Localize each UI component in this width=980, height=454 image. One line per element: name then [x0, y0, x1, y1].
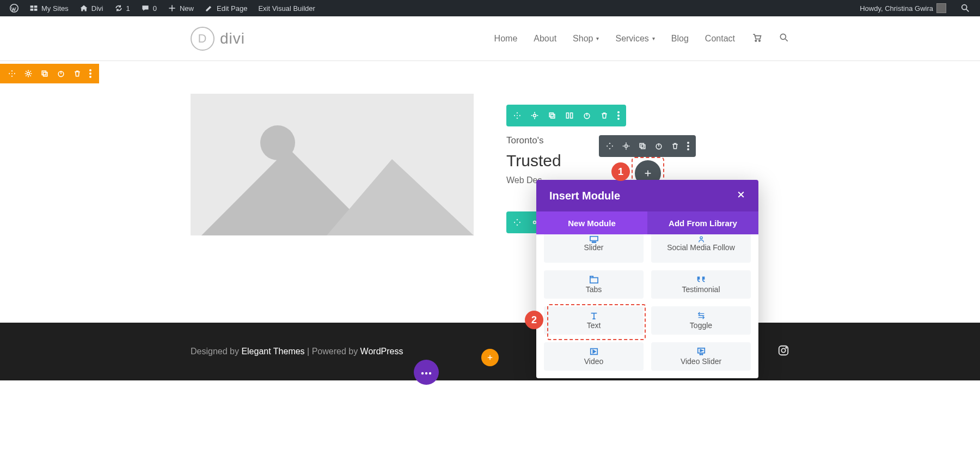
nav-blog[interactable]: Blog: [671, 34, 689, 44]
site-logo[interactable]: D divi: [191, 27, 245, 51]
footer-link-et[interactable]: Elegant Themes: [241, 347, 304, 356]
svg-point-47: [700, 354, 701, 355]
more-icon[interactable]: [89, 69, 91, 78]
svg-rect-32: [641, 145, 645, 149]
svg-rect-50: [488, 357, 492, 358]
trash-icon[interactable]: [671, 142, 679, 150]
svg-rect-4: [34, 9, 38, 11]
move-icon[interactable]: [513, 218, 522, 227]
wp-editpage-label: Edit Page: [217, 4, 247, 13]
gear-icon[interactable]: [530, 111, 539, 120]
svg-rect-21: [549, 113, 553, 117]
move-icon[interactable]: [605, 142, 614, 150]
module-toggle[interactable]: Toggle: [651, 306, 751, 335]
close-icon[interactable]: [737, 190, 745, 201]
module-testimonial[interactable]: Testimonial: [651, 270, 751, 299]
more-icon[interactable]: [617, 111, 620, 120]
module-video-slider[interactable]: Video Slider: [651, 342, 751, 371]
svg-point-52: [781, 348, 785, 352]
more-icon[interactable]: [687, 142, 689, 150]
power-icon[interactable]: [654, 142, 663, 150]
module-toolbar: [599, 135, 696, 157]
nav-contact[interactable]: Contact: [705, 34, 735, 44]
module-slider[interactable]: Slider: [544, 234, 644, 263]
svg-point-0: [10, 4, 18, 12]
annotation-badge-2: 2: [525, 311, 543, 329]
move-icon[interactable]: [513, 111, 522, 120]
modal-header[interactable]: Insert Module: [536, 180, 758, 211]
module-label: Social Media Follow: [667, 243, 735, 252]
svg-point-54: [421, 372, 424, 374]
wp-new-label: New: [180, 4, 194, 13]
pencil-icon: [205, 4, 213, 13]
svg-point-15: [89, 69, 91, 71]
builder-fab[interactable]: [414, 360, 439, 380]
nav-services[interactable]: Services▾: [615, 34, 654, 44]
tab-new-module[interactable]: New Module: [536, 211, 647, 234]
svg-point-8: [755, 40, 757, 41]
move-icon[interactable]: [8, 69, 16, 78]
wp-mysites[interactable]: My Sites: [24, 0, 74, 16]
wp-new[interactable]: New: [162, 0, 199, 16]
wp-comments-count: 0: [153, 4, 157, 13]
svg-point-36: [687, 148, 689, 150]
power-icon[interactable]: [57, 69, 65, 78]
add-section-button[interactable]: [481, 349, 499, 366]
gear-icon[interactable]: [24, 69, 33, 78]
columns-icon[interactable]: [565, 111, 574, 120]
svg-point-29: [534, 221, 536, 224]
tab-lib-label: Add From Library: [669, 219, 737, 228]
logo-text: divi: [220, 30, 245, 47]
nav-shop[interactable]: Shop▾: [573, 34, 599, 44]
wp-exitvb[interactable]: Exit Visual Builder: [253, 0, 321, 16]
wp-search[interactable]: [955, 0, 976, 16]
site-header: D divi Home About Shop▾ Services▾ Blog C…: [0, 16, 980, 61]
module-label: Tabs: [586, 285, 602, 294]
svg-rect-2: [34, 5, 38, 8]
wp-updates-count: 1: [126, 4, 130, 13]
trash-icon[interactable]: [600, 111, 609, 120]
svg-point-26: [617, 111, 620, 113]
quote-icon: [696, 275, 707, 284]
power-icon[interactable]: [583, 111, 591, 120]
plus-icon: [486, 354, 494, 361]
nav-search[interactable]: [779, 32, 789, 45]
module-label: Slider: [584, 243, 604, 252]
wp-editpage[interactable]: Edit Page: [199, 0, 253, 16]
duplicate-icon[interactable]: [548, 111, 556, 120]
svg-rect-6: [169, 8, 175, 9]
svg-point-43: [700, 237, 702, 239]
image-placeholder[interactable]: [191, 94, 474, 235]
wp-comments[interactable]: 0: [136, 0, 162, 16]
wp-mysites-label: My Sites: [41, 4, 69, 13]
toggle-icon: [696, 311, 706, 320]
gear-icon[interactable]: [622, 142, 630, 150]
svg-rect-22: [551, 114, 555, 118]
module-tabs[interactable]: Tabs: [544, 270, 644, 299]
module-video[interactable]: Video: [544, 342, 644, 371]
instagram-icon[interactable]: [777, 344, 789, 359]
nav-about[interactable]: About: [534, 34, 556, 44]
nav-home[interactable]: Home: [494, 34, 518, 44]
nav-cart[interactable]: [751, 32, 762, 45]
more-horizontal-icon: [420, 367, 432, 377]
duplicate-icon[interactable]: [638, 142, 647, 150]
wp-howdy[interactable]: Howdy, Christina Gwira: [854, 0, 952, 16]
wp-updates[interactable]: 1: [109, 0, 136, 16]
trash-icon[interactable]: [73, 69, 82, 78]
wp-logo[interactable]: [4, 0, 24, 16]
svg-point-28: [617, 118, 620, 120]
duplicate-icon[interactable]: [40, 69, 49, 78]
svg-point-11: [27, 72, 30, 75]
svg-rect-23: [566, 113, 568, 118]
tab-add-from-library[interactable]: Add From Library: [647, 211, 758, 234]
module-text[interactable]: Text: [544, 306, 644, 335]
svg-point-16: [89, 72, 91, 75]
wp-sitename[interactable]: Divi: [74, 0, 109, 16]
module-social-follow[interactable]: Social Media Follow: [651, 234, 751, 263]
cart-icon: [751, 32, 762, 45]
svg-point-42: [595, 241, 596, 243]
svg-point-7: [962, 5, 967, 10]
text-icon: [589, 311, 599, 320]
footer-link-wp[interactable]: WordPress: [360, 347, 403, 356]
